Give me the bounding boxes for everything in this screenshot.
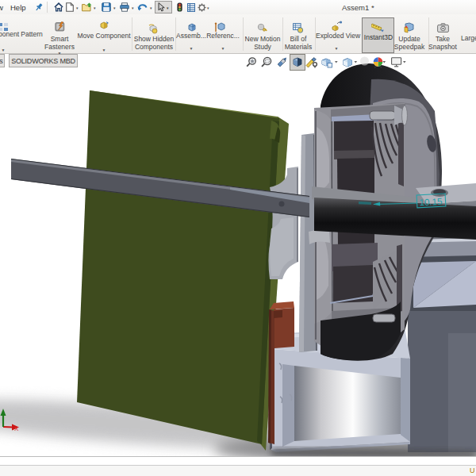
svg-text:10.15: 10.15: [419, 197, 442, 207]
svg-text:X: X: [14, 425, 19, 432]
